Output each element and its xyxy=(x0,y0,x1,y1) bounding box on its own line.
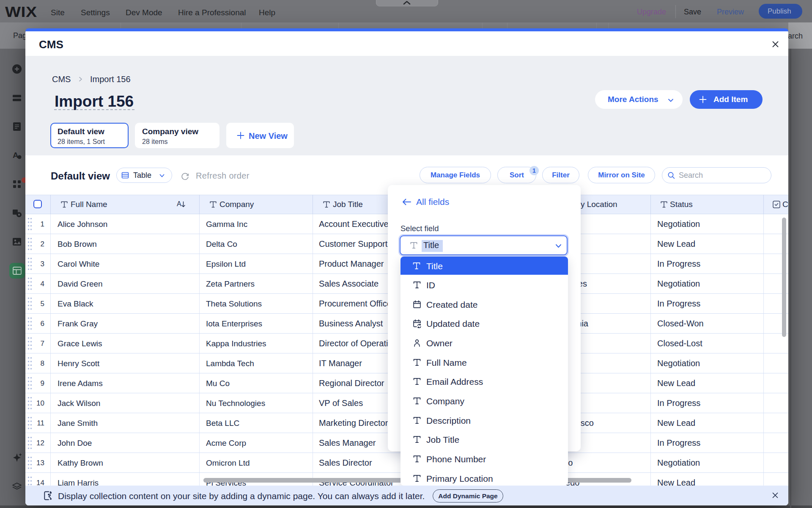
svg-text:A: A xyxy=(13,151,19,160)
